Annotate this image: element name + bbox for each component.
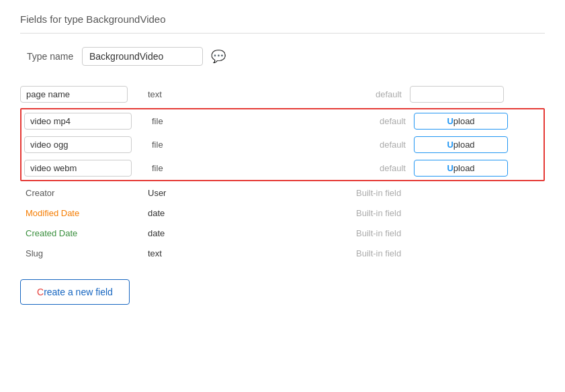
fields-container: text default file default Upload	[20, 82, 545, 263]
field-type: text	[148, 89, 215, 99]
upload-button[interactable]: Upload	[414, 136, 508, 153]
upload-button[interactable]: Upload	[414, 113, 508, 130]
upload-button[interactable]: Upload	[414, 160, 508, 177]
type-name-row: Type name 💬	[27, 47, 545, 66]
field-default-label: default	[356, 89, 410, 99]
field-type: file	[152, 116, 219, 126]
page-header: Fields for type BackgroundVideo	[20, 13, 545, 34]
comment-icon[interactable]: 💬	[211, 49, 226, 64]
field-type: date	[148, 228, 215, 238]
table-row: Creator User Built-in field	[20, 183, 545, 203]
field-type: file	[152, 163, 219, 173]
field-name-text: Creator	[20, 185, 60, 201]
table-row: Created Date date Built-in field	[20, 223, 545, 243]
table-row: Modified Date date Built-in field	[20, 203, 545, 223]
type-name-input[interactable]	[82, 47, 203, 66]
field-default-label: default	[360, 116, 414, 126]
type-name-label: Type name	[27, 51, 74, 62]
field-type: text	[148, 248, 215, 258]
field-type: User	[148, 188, 215, 198]
field-type: file	[152, 140, 219, 150]
highlighted-group: file default Upload file default Upload	[20, 108, 545, 181]
table-row: text default	[20, 82, 545, 107]
builtin-label: Built-in field	[356, 248, 504, 258]
builtin-label: Built-in field	[356, 208, 504, 218]
field-name-text: Created Date	[20, 226, 83, 241]
field-type: date	[148, 208, 215, 218]
field-name-input[interactable]	[24, 113, 132, 130]
table-row: file default Upload	[21, 109, 544, 133]
field-name-text: Slug	[20, 246, 48, 261]
builtin-label: Built-in field	[356, 228, 504, 238]
table-row: file default Upload	[21, 156, 544, 180]
builtin-label: Built-in field	[356, 188, 504, 198]
field-name-input[interactable]	[24, 136, 132, 153]
field-default-label: default	[360, 140, 414, 150]
table-row: file default Upload	[21, 133, 544, 156]
field-default-input[interactable]	[410, 86, 504, 103]
create-new-field-button[interactable]: Create a new field	[20, 279, 130, 305]
table-row: Slug text Built-in field	[20, 243, 545, 263]
field-name-input[interactable]	[24, 160, 132, 177]
field-name-text: Modified Date	[20, 205, 85, 221]
field-name-input[interactable]	[20, 86, 128, 103]
field-default-label: default	[360, 163, 414, 173]
